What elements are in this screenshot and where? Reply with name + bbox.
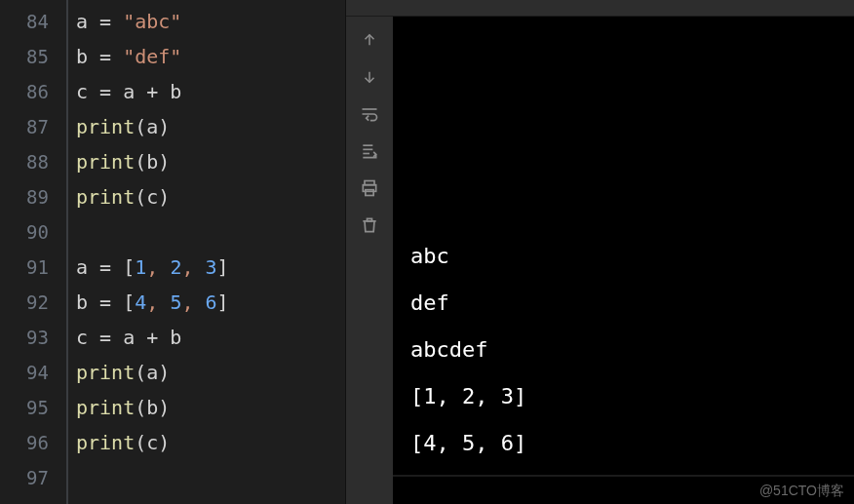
code-line[interactable]: print(a)	[68, 109, 345, 144]
panel-topbar	[346, 0, 854, 17]
console-line: [1, 2, 3]	[410, 373, 842, 420]
app-root: 8485868788899091929394959697 a = "abc"b …	[0, 0, 854, 504]
line-number: 85	[0, 39, 66, 74]
line-number: 86	[0, 74, 66, 109]
code-line[interactable]: print(b)	[68, 144, 345, 179]
code-line[interactable]: b = "def"	[68, 39, 345, 74]
line-number: 97	[0, 460, 66, 495]
console-line: [4, 5, 6]	[410, 420, 842, 467]
code-line[interactable]: a = [1, 2, 3]	[68, 250, 345, 285]
soft-wrap-icon[interactable]	[358, 102, 381, 126]
tool-icon-strip	[346, 17, 393, 504]
console-line: def	[410, 280, 842, 327]
line-number: 94	[0, 355, 66, 390]
console-output[interactable]: abcdefabcdef[1, 2, 3][4, 5, 6][1, 2, 3, …	[393, 17, 854, 504]
line-number: 96	[0, 425, 66, 460]
code-line[interactable]: print(c)	[68, 425, 345, 460]
line-number: 89	[0, 179, 66, 214]
code-line[interactable]	[68, 460, 345, 495]
arrow-up-icon[interactable]	[358, 28, 381, 52]
line-number: 84	[0, 4, 66, 39]
print-icon[interactable]	[358, 176, 381, 200]
panel-body: abcdefabcdef[1, 2, 3][4, 5, 6][1, 2, 3, …	[346, 17, 854, 504]
line-number: 91	[0, 250, 66, 285]
trash-icon[interactable]	[358, 213, 381, 237]
line-number-gutter: 8485868788899091929394959697	[0, 0, 66, 504]
code-line[interactable]	[68, 214, 345, 250]
line-number: 87	[0, 109, 66, 144]
scroll-to-end-icon[interactable]	[358, 139, 381, 163]
arrow-down-icon[interactable]	[358, 65, 381, 89]
line-number: 93	[0, 320, 66, 355]
line-number: 95	[0, 390, 66, 425]
run-tool-panel: abcdefabcdef[1, 2, 3][4, 5, 6][1, 2, 3, …	[345, 0, 854, 504]
code-line[interactable]: c = a + b	[68, 74, 345, 109]
code-line[interactable]: print(c)	[68, 179, 345, 214]
code-editor[interactable]: 8485868788899091929394959697 a = "abc"b …	[0, 0, 345, 504]
line-number: 90	[0, 214, 66, 250]
line-number: 88	[0, 144, 66, 179]
code-area[interactable]: a = "abc"b = "def"c = a + bprint(a)print…	[66, 0, 345, 504]
code-line[interactable]: a = "abc"	[68, 4, 345, 39]
console-line: abc	[410, 233, 842, 280]
line-number: 92	[0, 285, 66, 320]
code-line[interactable]: print(a)	[68, 355, 345, 390]
code-line[interactable]: c = a + b	[68, 320, 345, 355]
code-line[interactable]: b = [4, 5, 6]	[68, 285, 345, 320]
code-line[interactable]: print(b)	[68, 390, 345, 425]
watermark: @51CTO博客	[759, 483, 844, 500]
console-line: abcdef	[410, 327, 842, 373]
